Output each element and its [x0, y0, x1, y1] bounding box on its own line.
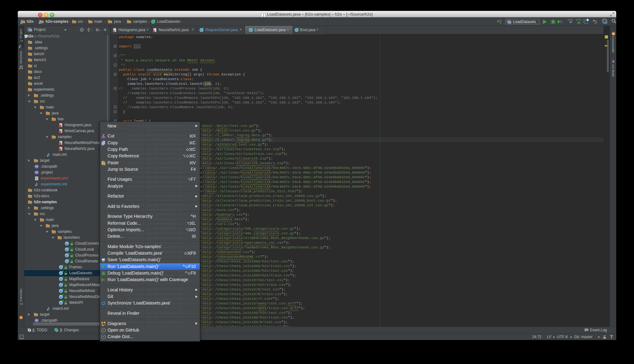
svg-text:01: 01	[500, 22, 502, 24]
